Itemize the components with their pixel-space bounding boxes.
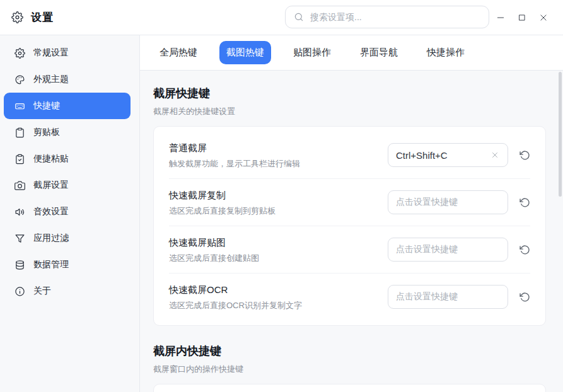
sidebar-item-screenshot-settings[interactable]: 截屏设置 (4, 172, 131, 199)
reset-icon (519, 292, 530, 303)
minimize-icon (496, 13, 505, 22)
settings-window: 设置 常规设置 (0, 0, 563, 392)
hotkey-desc: 选区完成后直接OCR识别并复制文字 (169, 300, 302, 311)
main-panel: 全局热键 截图热键 贴图操作 界面导航 快捷操作 截屏快捷键 截屏相关的快捷键设… (140, 35, 563, 392)
sidebar-item-about[interactable]: 关于 (4, 278, 131, 304)
hotkey-value: Ctrl+Shift+C (396, 150, 490, 161)
camera-icon (15, 180, 25, 191)
hotkey-desc: 选区完成后直接创建贴图 (169, 253, 259, 263)
sidebar-item-appearance[interactable]: 外观主题 (4, 66, 131, 93)
hotkey-row-info: 普通截屏 触发截屏功能，显示工具栏进行编辑 (169, 141, 300, 169)
section-title: 截屏快捷键 (153, 86, 546, 101)
hotkey-row-info: 快速截屏复制 选区完成后直接复制到剪贴板 (169, 188, 276, 216)
search-input[interactable] (310, 12, 480, 22)
tab-global-hotkeys[interactable]: 全局热键 (153, 41, 204, 64)
close-icon (539, 13, 548, 22)
sidebar: 常规设置 外观主题 快捷键 剪贴板 便捷粘贴 截屏设置 (0, 35, 140, 392)
hotkey-placeholder: 点击设置快捷键 (396, 197, 500, 208)
sidebar-item-label: 关于 (33, 285, 51, 297)
clipboard-icon (15, 127, 25, 138)
hotkey-title: 普通截屏 (169, 141, 300, 154)
tab-bar: 全局热键 截图热键 贴图操作 界面导航 快捷操作 (140, 35, 563, 71)
hotkey-title: 快速截屏贴图 (169, 236, 259, 249)
hotkey-placeholder: 点击设置快捷键 (396, 244, 500, 255)
reset-hotkey-button[interactable] (519, 244, 530, 255)
sidebar-item-label: 数据管理 (33, 259, 69, 270)
clipboard-check-icon (15, 154, 25, 164)
tab-ui-navigation[interactable]: 界面导航 (353, 41, 405, 64)
sidebar-item-data-management[interactable]: 数据管理 (4, 251, 131, 278)
database-icon (15, 260, 25, 270)
window-body: 常规设置 外观主题 快捷键 剪贴板 便捷粘贴 截屏设置 (0, 35, 563, 392)
reset-hotkey-button[interactable] (519, 149, 530, 161)
sidebar-item-clipboard[interactable]: 剪贴板 (4, 119, 131, 146)
search-box[interactable] (285, 6, 489, 28)
sidebar-item-label: 常规设置 (33, 47, 69, 59)
hotkey-controls: 点击设置快捷键 (388, 190, 530, 214)
filter-icon (15, 233, 25, 244)
clear-hotkey-button[interactable] (490, 150, 500, 160)
maximize-button[interactable] (514, 9, 530, 26)
hotkey-row-info: 快速截屏贴图 选区完成后直接创建贴图 (169, 236, 259, 263)
hotkey-input[interactable]: 点击设置快捷键 (388, 238, 508, 262)
info-icon (15, 286, 25, 297)
hotkey-card: 普通截屏 触发截屏功能，显示工具栏进行编辑 Ctrl+Shift+C (153, 126, 546, 326)
hotkey-row: 快速截屏贴图 选区完成后直接创建贴图 点击设置快捷键 (169, 226, 530, 273)
hotkey-card-partial (153, 384, 546, 392)
hotkey-title: 快速截屏复制 (169, 188, 276, 202)
clear-icon (491, 151, 499, 159)
reset-hotkey-button[interactable] (519, 197, 530, 208)
hotkey-placeholder: 点击设置快捷键 (396, 291, 500, 303)
hotkey-desc: 触发截屏功能，显示工具栏进行编辑 (169, 158, 300, 169)
titlebar: 设置 (0, 0, 563, 35)
maximize-icon (518, 13, 526, 22)
keyboard-icon (15, 101, 25, 112)
section-title: 截屏内快捷键 (153, 343, 546, 359)
sidebar-item-hotkeys[interactable]: 快捷键 (4, 93, 131, 119)
hotkey-desc: 选区完成后直接复制到剪贴板 (169, 205, 276, 216)
tab-pin-actions[interactable]: 贴图操作 (286, 41, 338, 64)
sidebar-item-general[interactable]: 常规设置 (4, 40, 131, 66)
sidebar-item-label: 便捷粘贴 (33, 153, 69, 164)
speaker-icon (15, 207, 25, 217)
hotkey-row: 普通截屏 触发截屏功能，显示工具栏进行编辑 Ctrl+Shift+C (169, 132, 530, 178)
reset-icon (519, 150, 530, 161)
reset-hotkey-button[interactable] (519, 291, 530, 303)
search-icon (294, 12, 304, 22)
tab-screenshot-hotkeys[interactable]: 截图热键 (219, 41, 271, 64)
gear-icon (11, 11, 23, 23)
sidebar-item-sound[interactable]: 音效设置 (4, 199, 131, 225)
sidebar-item-label: 截屏设置 (33, 180, 69, 191)
sidebar-item-label: 音效设置 (33, 206, 69, 217)
tab-quick-actions[interactable]: 快捷操作 (420, 41, 472, 64)
hotkey-input[interactable]: 点击设置快捷键 (388, 190, 508, 214)
sidebar-item-label: 剪贴板 (33, 127, 60, 138)
palette-icon (15, 74, 25, 85)
hotkey-title: 快速截屏OCR (169, 283, 302, 296)
sidebar-item-label: 应用过滤 (33, 233, 69, 244)
sidebar-item-app-filter[interactable]: 应用过滤 (4, 225, 131, 251)
window-controls (492, 9, 552, 26)
reset-icon (519, 197, 530, 208)
settings-content: 截屏快捷键 截屏相关的快捷键设置 普通截屏 触发截屏功能，显示工具栏进行编辑 C… (140, 71, 563, 392)
hotkey-row: 快速截屏OCR 选区完成后直接OCR识别并复制文字 点击设置快捷键 (169, 273, 530, 320)
hotkey-row-info: 快速截屏OCR 选区完成后直接OCR识别并复制文字 (169, 283, 302, 311)
sidebar-item-quick-paste[interactable]: 便捷粘贴 (4, 146, 131, 172)
gear-icon (15, 48, 25, 59)
hotkey-input[interactable]: 点击设置快捷键 (388, 285, 508, 309)
sidebar-item-label: 外观主题 (33, 74, 69, 85)
hotkey-controls: Ctrl+Shift+C (388, 143, 530, 167)
sidebar-item-label: 快捷键 (33, 100, 60, 112)
close-button[interactable] (535, 9, 552, 26)
hotkey-controls: 点击设置快捷键 (388, 285, 530, 309)
hotkey-row: 快速截屏复制 选区完成后直接复制到剪贴板 点击设置快捷键 (169, 178, 530, 226)
window-title: 设置 (31, 10, 54, 25)
section-subtitle: 截屏窗口内的操作快捷键 (153, 364, 546, 375)
section-subtitle: 截屏相关的快捷键设置 (153, 106, 546, 117)
hotkey-input[interactable]: Ctrl+Shift+C (388, 143, 508, 167)
hotkey-controls: 点击设置快捷键 (388, 238, 530, 262)
reset-icon (519, 245, 530, 255)
scrollbar-thumb[interactable] (559, 72, 562, 197)
minimize-button[interactable] (492, 9, 509, 26)
